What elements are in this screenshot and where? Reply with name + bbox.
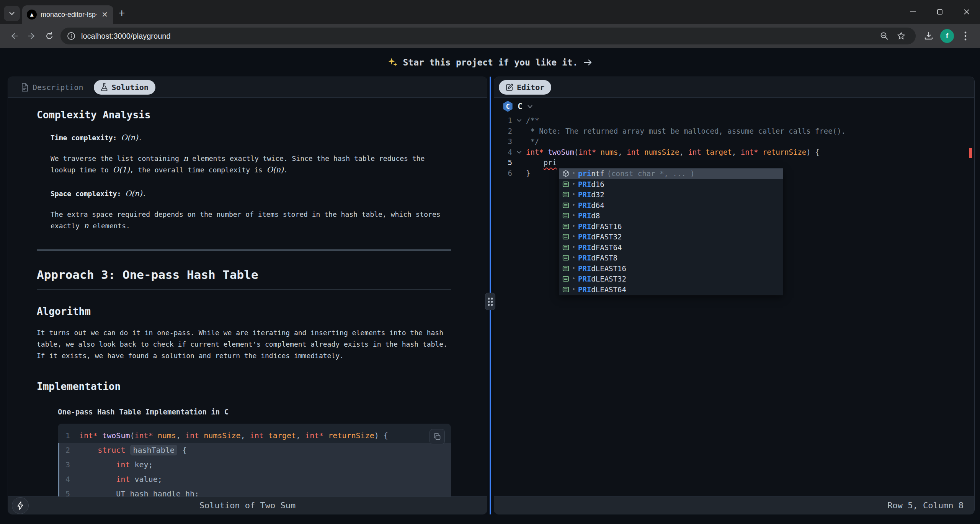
suggestion-bullet: • xyxy=(572,254,575,261)
avatar-initial: f xyxy=(940,29,954,43)
tab-description[interactable]: Description xyxy=(21,83,83,92)
implementation-heading: Implementation xyxy=(37,381,487,392)
error-overview-marker xyxy=(969,148,972,158)
new-tab-button[interactable]: + xyxy=(119,7,125,19)
code-line: 2 struct hashTable { xyxy=(58,443,451,457)
editor-line-number: 3 xyxy=(494,136,512,147)
lightning-icon xyxy=(17,501,24,510)
editor-status-bar: Row 5, Column 8 xyxy=(494,496,974,514)
fold-guide-line xyxy=(512,157,526,168)
cursor-position-text: Row 5, Column 8 xyxy=(887,501,964,510)
left-status-bar: Solution of Two Sum xyxy=(8,496,487,514)
document-icon xyxy=(21,83,29,92)
language-selector[interactable]: C C xyxy=(494,98,974,115)
suggestion-item[interactable]: •PRId8 xyxy=(559,211,783,221)
suggestion-label: PRIdFAST16 xyxy=(578,222,622,231)
suggestion-item[interactable]: •printf(const char *, ... ) xyxy=(559,169,783,179)
suggestion-bullet: • xyxy=(572,170,575,177)
editor-line[interactable]: 2 * Note: The returned array must be mal… xyxy=(494,126,974,137)
editor-line-number: 1 xyxy=(494,115,512,126)
maximize-button[interactable] xyxy=(926,0,953,24)
suggestion-label: PRId8 xyxy=(578,211,600,220)
suggestion-item[interactable]: •PRIdLEAST32 xyxy=(559,274,783,285)
time-complexity-line: Time complexity: O(n). xyxy=(51,132,449,144)
suggestion-item[interactable]: •PRIdLEAST16 xyxy=(559,263,783,274)
menu-kebab-icon[interactable] xyxy=(956,27,975,45)
tab-editor[interactable]: Editor xyxy=(499,80,551,95)
editor-pane: Editor C C 1/**2 * Note: The returned ar… xyxy=(494,77,975,514)
suggestion-bullet: • xyxy=(572,181,575,188)
c-language-icon: C xyxy=(503,101,513,112)
star-project-banner[interactable]: Star this project if you like it. xyxy=(0,48,980,77)
zoom-icon[interactable] xyxy=(876,28,893,44)
field-suggestion-icon xyxy=(562,191,569,198)
pane-resize-handle[interactable] xyxy=(485,293,495,310)
suggestion-item[interactable]: •PRIdFAST16 xyxy=(559,221,783,232)
window-controls xyxy=(900,0,980,24)
profile-avatar[interactable]: f xyxy=(938,27,956,45)
close-window-button[interactable] xyxy=(953,0,980,24)
playground-page: Star this project if you like it. Descri… xyxy=(0,48,980,524)
field-suggestion-icon xyxy=(562,254,569,261)
forward-button[interactable] xyxy=(23,27,41,45)
monaco-editor[interactable]: 1/**2 * Note: The returned array must be… xyxy=(494,115,974,496)
line-number: 3 xyxy=(59,457,79,472)
field-suggestion-icon xyxy=(562,223,569,230)
fold-chevron-icon[interactable] xyxy=(512,147,526,158)
bookmark-star-icon[interactable] xyxy=(893,28,910,44)
suggestion-item[interactable]: •PRIdFAST8 xyxy=(559,253,783,264)
editor-line[interactable]: 3 */ xyxy=(494,136,974,147)
download-icon[interactable] xyxy=(920,27,938,45)
function-suggestion-icon xyxy=(562,170,569,177)
fold-guide-line xyxy=(512,136,526,147)
lightning-button[interactable] xyxy=(12,497,29,514)
suggestion-item[interactable]: •PRIdFAST64 xyxy=(559,242,783,253)
code-caption: One-pass Hash Table Implementation in C xyxy=(58,408,487,416)
code-line: 5 UT_hash_handle hh; xyxy=(58,486,451,496)
tab-title: monaco-editor-lsp-next xyxy=(41,11,97,19)
line-code: int key; xyxy=(79,457,153,472)
suggestion-bullet: • xyxy=(572,233,575,240)
editor-line[interactable]: 4int* twoSum(int* nums, int numsSize, in… xyxy=(494,147,974,158)
minimize-button[interactable] xyxy=(900,0,926,24)
editor-line[interactable]: 1/** xyxy=(494,115,974,126)
tab-solution[interactable]: Solution xyxy=(94,80,155,95)
suggestion-item[interactable]: •PRId16 xyxy=(559,179,783,190)
suggestion-item[interactable]: •PRIdFAST32 xyxy=(559,232,783,242)
complexity-heading: Complexity Analysis xyxy=(37,109,487,121)
line-code: int* twoSum(int* nums, int numsSize, int… xyxy=(79,428,388,443)
tab-description-label: Description xyxy=(33,83,83,92)
url-text[interactable]: localhost:3000/playground xyxy=(81,32,876,41)
suggestion-item[interactable]: •PRId64 xyxy=(559,200,783,211)
editor-line[interactable]: 5 pri xyxy=(494,157,974,168)
reload-button[interactable] xyxy=(41,27,58,45)
suggestion-label: printf xyxy=(578,169,604,178)
copy-code-button[interactable] xyxy=(430,429,445,444)
sparkles-icon xyxy=(388,57,398,67)
code-line: 3 int key; xyxy=(58,457,451,472)
editor-line-code: int* twoSum(int* nums, int numsSize, int… xyxy=(526,147,820,158)
fold-chevron-icon[interactable] xyxy=(512,115,526,126)
back-button[interactable] xyxy=(5,27,23,45)
browser-tab[interactable]: ▲ monaco-editor-lsp-next ✕ xyxy=(22,5,113,24)
suggestion-item[interactable]: •PRIdLEAST64 xyxy=(559,284,783,295)
editor-line-number: 2 xyxy=(494,126,512,137)
field-suggestion-icon xyxy=(562,286,569,293)
left-status-text: Solution of Two Sum xyxy=(199,501,296,510)
suggestion-bullet: • xyxy=(572,202,575,209)
close-tab-icon[interactable]: ✕ xyxy=(101,10,109,19)
line-code: UT_hash_handle hh; xyxy=(79,486,199,496)
url-bar[interactable]: localhost:3000/playground xyxy=(60,28,916,44)
tab-search-button[interactable] xyxy=(4,6,20,21)
code-line: 1int* twoSum(int* nums, int numsSize, in… xyxy=(58,428,451,443)
suggestion-bullet: • xyxy=(572,212,575,219)
site-info-icon[interactable] xyxy=(67,31,76,41)
editor-line-code: */ xyxy=(526,136,539,147)
algorithm-heading: Algorithm xyxy=(37,306,487,317)
suggestion-detail: (const char *, ... ) xyxy=(607,169,695,178)
algorithm-paragraph: It turns out we can do it in one-pass. W… xyxy=(37,327,458,362)
editor-line-number: 5 xyxy=(494,157,512,168)
line-number: 4 xyxy=(59,472,79,486)
suggestion-label: PRId32 xyxy=(578,190,604,199)
suggestion-item[interactable]: •PRId32 xyxy=(559,190,783,200)
